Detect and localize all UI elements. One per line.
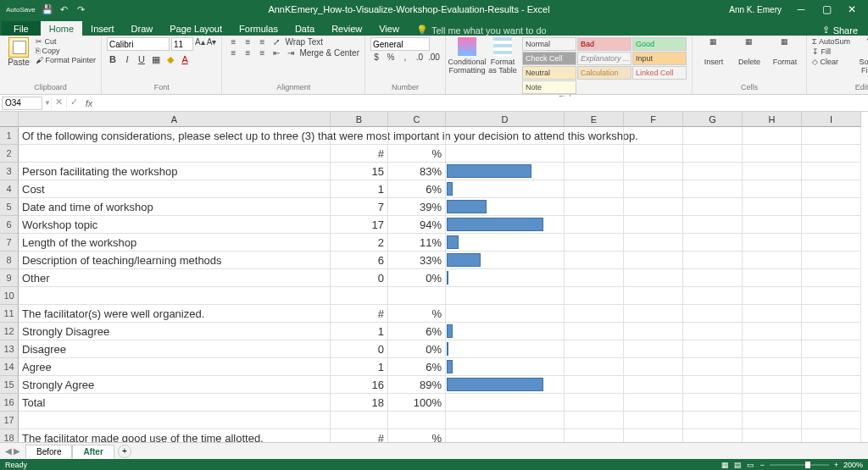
sheet-nav-prev-icon[interactable]: ◀: [5, 446, 12, 456]
cell-I11[interactable]: [802, 305, 861, 323]
format-cells-button[interactable]: ▦Format: [769, 37, 801, 66]
cell-D8[interactable]: [446, 252, 565, 269]
cell-H2[interactable]: [743, 145, 802, 163]
cell-B15[interactable]: 16: [331, 376, 388, 394]
row-header-12[interactable]: 12: [0, 323, 19, 340]
cell-F4[interactable]: [624, 180, 683, 198]
cell-D10[interactable]: [446, 287, 565, 305]
cell-C11[interactable]: %: [388, 305, 446, 323]
cell-I15[interactable]: [802, 376, 861, 394]
row-header-1[interactable]: 1: [0, 127, 19, 145]
clear-button[interactable]: ◇ Clear: [812, 58, 850, 66]
cell-I3[interactable]: [802, 163, 861, 180]
copy-button[interactable]: ⎘ Copy: [36, 47, 96, 55]
zoom-out-button[interactable]: −: [760, 461, 764, 469]
cell-F5[interactable]: [624, 198, 683, 216]
cell-A6[interactable]: Workshop topic: [19, 216, 331, 234]
col-header-A[interactable]: A: [19, 112, 331, 127]
cell-B10[interactable]: [331, 287, 388, 305]
tab-home[interactable]: Home: [41, 21, 82, 36]
cell-H13[interactable]: [743, 340, 802, 358]
cell-C9[interactable]: 0%: [388, 269, 446, 287]
cell-A12[interactable]: Strongly Disagree: [19, 323, 331, 340]
align-top-icon[interactable]: ≡: [227, 37, 239, 47]
row-header-8[interactable]: 8: [0, 252, 19, 269]
cell-F13[interactable]: [624, 340, 683, 358]
cell-F9[interactable]: [624, 269, 683, 287]
cell-H1[interactable]: [743, 127, 802, 145]
cancel-formula-icon[interactable]: ✕: [51, 97, 66, 110]
cell-I2[interactable]: [802, 145, 861, 163]
cell-E8[interactable]: [565, 252, 624, 269]
cell-D9[interactable]: [446, 269, 565, 287]
cell-H16[interactable]: [743, 394, 802, 412]
cell-B3[interactable]: 15: [331, 163, 388, 180]
cell-G13[interactable]: [683, 340, 743, 358]
row-header-2[interactable]: 2: [0, 145, 19, 163]
col-header-I[interactable]: I: [802, 112, 861, 127]
cell-B11[interactable]: #: [331, 305, 388, 323]
cell-I10[interactable]: [802, 287, 861, 305]
cell-F11[interactable]: [624, 305, 683, 323]
cell-G8[interactable]: [683, 252, 743, 269]
redo-icon[interactable]: ↷: [74, 2, 89, 17]
format-as-table-button[interactable]: Format as Table: [487, 37, 519, 75]
cell-B17[interactable]: [331, 412, 388, 429]
cell-G11[interactable]: [683, 305, 743, 323]
row-header-6[interactable]: 6: [0, 216, 19, 234]
italic-button[interactable]: I: [121, 54, 133, 65]
cell-I13[interactable]: [802, 340, 861, 358]
cell-A1[interactable]: Of the following considerations, please …: [19, 127, 331, 145]
cell-F1[interactable]: [624, 127, 683, 145]
cell-D4[interactable]: [446, 180, 565, 198]
merge-center-button[interactable]: Merge & Center: [299, 48, 359, 58]
cell-B13[interactable]: 0: [331, 340, 388, 358]
cell-F7[interactable]: [624, 234, 683, 252]
row-header-16[interactable]: 16: [0, 394, 19, 412]
cell-A4[interactable]: Cost: [19, 180, 331, 198]
style-note[interactable]: Note: [522, 80, 576, 94]
share-button[interactable]: ⇪Share: [822, 25, 858, 36]
cell-B2[interactable]: #: [331, 145, 388, 163]
row-header-5[interactable]: 5: [0, 198, 19, 216]
cell-F6[interactable]: [624, 216, 683, 234]
align-left-icon[interactable]: ≡: [227, 48, 239, 58]
insert-cells-button[interactable]: ▦Insert: [698, 37, 730, 66]
col-header-C[interactable]: C: [388, 112, 446, 127]
zoom-slider[interactable]: [770, 464, 829, 466]
number-format-select[interactable]: [370, 37, 430, 51]
cell-A2[interactable]: [19, 145, 331, 163]
cell-C3[interactable]: 83%: [388, 163, 446, 180]
cell-H10[interactable]: [743, 287, 802, 305]
cell-I7[interactable]: [802, 234, 861, 252]
cell-A8[interactable]: Description of teaching/learning methods: [19, 252, 331, 269]
zoom-level[interactable]: 200%: [843, 461, 863, 469]
fill-button[interactable]: ↧ Fill: [812, 47, 850, 56]
cell-D16[interactable]: [446, 394, 565, 412]
tab-data[interactable]: Data: [287, 21, 323, 36]
cell-G15[interactable]: [683, 376, 743, 394]
cell-E7[interactable]: [565, 234, 624, 252]
percent-icon[interactable]: %: [385, 53, 397, 62]
cell-A13[interactable]: Disagree: [19, 340, 331, 358]
cell-B4[interactable]: 1: [331, 180, 388, 198]
cell-H4[interactable]: [743, 180, 802, 198]
align-right-icon[interactable]: ≡: [256, 48, 268, 58]
comma-icon[interactable]: ,: [399, 53, 411, 62]
cell-A11[interactable]: The facilitator(s) were well organized.: [19, 305, 331, 323]
cell-G5[interactable]: [683, 198, 743, 216]
cell-F12[interactable]: [624, 323, 683, 340]
row-header-15[interactable]: 15: [0, 376, 19, 394]
indent-dec-icon[interactable]: ⇤: [270, 48, 282, 58]
cell-D13[interactable]: [446, 340, 565, 358]
cell-B6[interactable]: 17: [331, 216, 388, 234]
style-normal[interactable]: Normal: [522, 37, 576, 51]
cell-E1[interactable]: [565, 127, 624, 145]
tab-page-layout[interactable]: Page Layout: [161, 21, 231, 36]
font-color-button[interactable]: A: [179, 54, 191, 65]
autosum-button[interactable]: Σ AutoSum: [812, 37, 850, 46]
cell-B12[interactable]: 1: [331, 323, 388, 340]
enter-formula-icon[interactable]: ✓: [66, 97, 81, 110]
sort-filter-button[interactable]: ⇅Sort & Filter: [854, 37, 868, 75]
cell-A15[interactable]: Strongly Agree: [19, 376, 331, 394]
